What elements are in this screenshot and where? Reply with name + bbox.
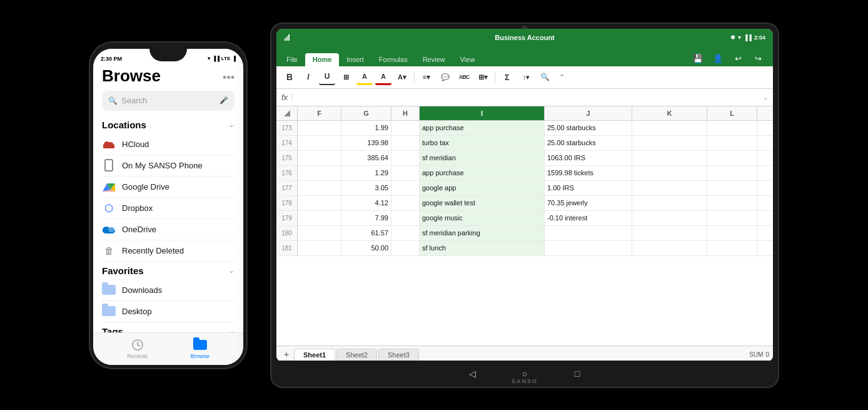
cell-i179[interactable]: google music <box>420 211 545 225</box>
cell-g176[interactable]: 1.29 <box>341 166 391 180</box>
cell-j179[interactable]: -0.10 interest <box>545 211 632 225</box>
cell-i177[interactable]: google app <box>420 181 545 195</box>
table-row[interactable]: 177 3.05 google app 1.00 IRS <box>276 181 773 196</box>
cell-k178[interactable] <box>632 196 707 210</box>
toolbar-collapse-up[interactable]: ⌃ <box>555 71 568 83</box>
cell-l175[interactable] <box>707 151 757 165</box>
cell-l176[interactable] <box>707 166 757 180</box>
col-header-g[interactable]: G <box>341 106 391 120</box>
cell-f175[interactable] <box>298 151 341 165</box>
cell-j181[interactable] <box>545 241 632 255</box>
col-header-f[interactable]: F <box>298 106 341 120</box>
cell-j173[interactable]: 25.00 starbucks <box>545 121 632 135</box>
col-header-i[interactable]: I <box>420 106 545 120</box>
font-color-button[interactable]: A <box>375 69 391 85</box>
sheet-tab-1[interactable]: Sheet1 <box>294 349 335 361</box>
borders-button[interactable]: ⊞ <box>338 69 354 85</box>
cell-k176[interactable] <box>632 166 707 180</box>
cell-g175[interactable]: 385.64 <box>341 151 391 165</box>
cell-g174[interactable]: 139.98 <box>341 136 391 150</box>
cell-g180[interactable]: 61.57 <box>341 226 391 240</box>
cells-button[interactable]: ⊞▾ <box>475 69 491 85</box>
cell-i174[interactable]: turbo tax <box>420 136 545 150</box>
tab-formulas[interactable]: Formulas <box>371 53 415 66</box>
tab-review[interactable]: Review <box>415 53 453 66</box>
col-header-l[interactable]: L <box>707 106 757 120</box>
list-item-hcloud[interactable]: HCloud <box>102 134 235 155</box>
tab-insert[interactable]: Insert <box>339 53 371 66</box>
cell-h175[interactable] <box>391 151 420 165</box>
cell-f174[interactable] <box>298 136 341 150</box>
cell-l180[interactable] <box>707 226 757 240</box>
table-row[interactable]: 174 139.98 turbo tax 25.00 starbucks <box>276 136 773 151</box>
list-item-sanso-phone[interactable]: On My SANSO Phone <box>102 155 235 177</box>
cell-f180[interactable] <box>298 226 341 240</box>
sort-button[interactable]: ↕▾ <box>518 69 534 85</box>
bold-button[interactable]: B <box>281 69 298 85</box>
cell-k175[interactable] <box>632 151 707 165</box>
tab-view[interactable]: View <box>453 53 483 66</box>
cell-k181[interactable] <box>632 241 707 255</box>
save-icon[interactable]: 💾 <box>690 51 705 66</box>
cell-k177[interactable] <box>632 181 707 195</box>
cell-l178[interactable] <box>707 196 757 210</box>
align-button[interactable]: ≡▾ <box>418 69 435 85</box>
redo-icon[interactable]: ↪ <box>750 51 765 66</box>
table-row[interactable]: 181 50.00 sf lunch <box>276 241 773 256</box>
cell-h173[interactable] <box>391 121 420 135</box>
cell-i175[interactable]: sf meridian <box>420 151 545 165</box>
cell-k174[interactable] <box>632 136 707 150</box>
cell-i173[interactable]: app purchase <box>420 121 545 135</box>
back-nav-button[interactable]: ◁ <box>465 366 480 381</box>
list-item-dropbox[interactable]: ⬡ Dropbox <box>102 198 235 219</box>
table-row[interactable]: 178 4.12 google wallet test 70.35 jewerl… <box>276 196 773 211</box>
share-icon[interactable]: 👤 <box>710 51 725 66</box>
phone-more-dots[interactable]: ••• <box>223 71 235 85</box>
cell-f181[interactable] <box>298 241 341 255</box>
col-header-j[interactable]: J <box>545 106 632 120</box>
cell-l179[interactable] <box>707 211 757 225</box>
list-item-onedrive[interactable]: OneDrive <box>102 219 235 240</box>
table-row[interactable]: 176 1.29 app purchase 1599.98 tickets <box>276 166 773 181</box>
sheet-tab-3[interactable]: Sheet3 <box>378 349 419 361</box>
cell-i181[interactable]: sf lunch <box>420 241 545 255</box>
cell-h174[interactable] <box>391 136 420 150</box>
cell-j178[interactable]: 70.35 jewerly <box>545 196 632 210</box>
table-row[interactable]: 175 385.64 sf meridian 1063.00 IRS <box>276 151 773 166</box>
favorites-collapse-icon[interactable]: ⌄ <box>228 266 235 275</box>
tab-browse[interactable]: Browse <box>191 338 209 359</box>
cell-g177[interactable]: 3.05 <box>341 181 391 195</box>
cell-h176[interactable] <box>391 166 420 180</box>
cell-g173[interactable]: 1.99 <box>341 121 391 135</box>
tab-file[interactable]: File <box>279 53 305 66</box>
cell-f178[interactable] <box>298 196 341 210</box>
table-row[interactable]: 180 61.57 sf meridian parking <box>276 226 773 241</box>
cell-h178[interactable] <box>391 196 420 210</box>
col-header-h[interactable]: H <box>391 106 420 120</box>
list-item-desktop[interactable]: Desktop <box>102 301 235 322</box>
abc-button[interactable]: ABC <box>456 69 472 85</box>
cell-h181[interactable] <box>391 241 420 255</box>
cell-f177[interactable] <box>298 181 341 195</box>
cell-g181[interactable]: 50.00 <box>341 241 391 255</box>
find-button[interactable]: 🔍 <box>537 69 553 85</box>
add-sheet-button[interactable]: + <box>280 348 293 361</box>
cell-g179[interactable]: 7.99 <box>341 211 391 225</box>
cell-g178[interactable]: 4.12 <box>341 196 391 210</box>
col-header-k[interactable]: K <box>632 106 707 120</box>
cell-f176[interactable] <box>298 166 341 180</box>
cell-l173[interactable] <box>707 121 757 135</box>
cell-j176[interactable]: 1599.98 tickets <box>545 166 632 180</box>
list-item-downloads[interactable]: Downloads <box>102 280 235 301</box>
cell-l177[interactable] <box>707 181 757 195</box>
recents-nav-button[interactable]: □ <box>570 366 585 381</box>
tab-home[interactable]: Home <box>305 53 340 66</box>
highlight-button[interactable]: A <box>356 69 373 85</box>
font-dropdown-button[interactable]: A▾ <box>394 69 410 85</box>
cell-k173[interactable] <box>632 121 707 135</box>
sum-button[interactable]: Σ <box>499 69 515 85</box>
cell-l181[interactable] <box>707 241 757 255</box>
table-row[interactable]: 173 1.99 app purchase 25.00 starbucks <box>276 121 773 136</box>
phone-search-bar[interactable]: 🔍 Search 🎤 <box>102 91 235 111</box>
cell-l174[interactable] <box>707 136 757 150</box>
